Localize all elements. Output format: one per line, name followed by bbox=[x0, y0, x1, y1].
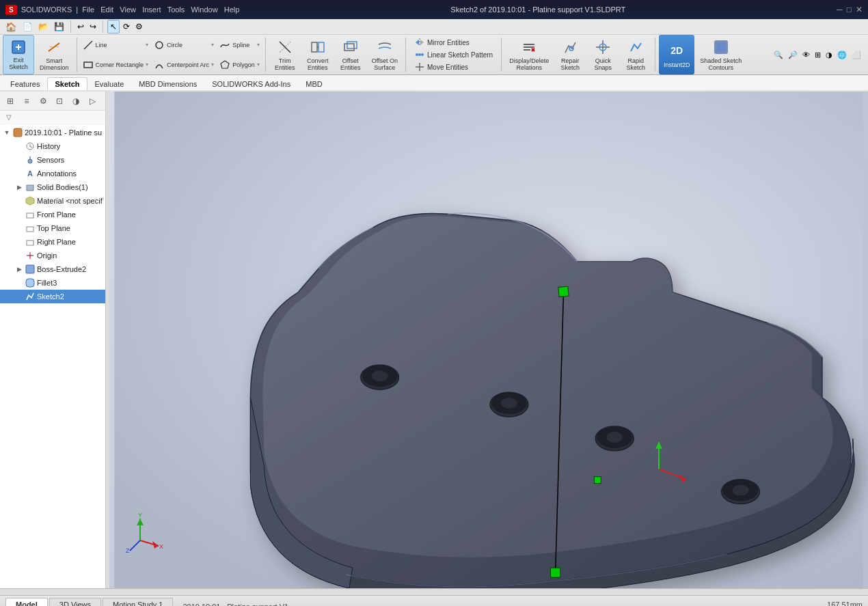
exit-sketch-button[interactable]: ExitSketch bbox=[3, 35, 34, 74]
tree-root[interactable]: ▼ 2019.10:01 - Platine support bbox=[0, 126, 105, 139]
tree-item-sensors[interactable]: Sensors bbox=[0, 153, 105, 167]
cursor-icon[interactable]: ↖ bbox=[107, 20, 120, 33]
dim-expert-icon[interactable]: ⊡ bbox=[52, 94, 67, 109]
tree-item-sketch2[interactable]: Sketch2 bbox=[0, 290, 105, 303]
tree-item-fillet3[interactable]: Fillet3 bbox=[0, 276, 105, 290]
tree-item-top-plane[interactable]: Top Plane bbox=[0, 221, 105, 235]
svg-text:X: X bbox=[159, 543, 163, 550]
tab-3d-views[interactable]: 3D Views bbox=[49, 598, 101, 606]
view-icon-6[interactable]: 🌐 bbox=[836, 49, 848, 61]
svg-rect-64 bbox=[558, 286, 569, 297]
offset-entities-button[interactable]: OffsetEntities bbox=[335, 35, 366, 74]
trim-entities-button[interactable]: TrimEntities bbox=[269, 35, 301, 74]
tab-model[interactable]: Model bbox=[5, 598, 48, 606]
view-icon-3[interactable]: 👁 bbox=[801, 49, 811, 60]
tree-item-history[interactable]: History bbox=[0, 139, 105, 153]
tab-solidworks-addins[interactable]: SOLIDWORKS Add-Ins bbox=[204, 77, 298, 90]
instant2d-label: Instant2D bbox=[664, 61, 690, 68]
move-entities-button[interactable]: Move Entities bbox=[412, 61, 495, 73]
rapid-sketch-icon bbox=[626, 38, 645, 57]
maximize-btn[interactable]: □ bbox=[847, 5, 852, 14]
instant2d-button[interactable]: 2D Instant2D bbox=[659, 35, 694, 74]
arc-button[interactable]: Centerpoint Arc ▾ bbox=[152, 59, 216, 71]
statusbar-tabs: Model 3D Views Motion Study 1 bbox=[5, 598, 174, 606]
tab-features[interactable]: Features bbox=[3, 77, 47, 90]
rebuild-icon[interactable]: ⟳ bbox=[121, 20, 132, 33]
view-icon-5[interactable]: ◑ bbox=[824, 49, 834, 61]
tree-item-front-plane[interactable]: Front Plane bbox=[0, 208, 105, 221]
home-icon[interactable]: 🏠 bbox=[3, 20, 19, 33]
spline-button[interactable]: Spline ▾ bbox=[217, 39, 262, 51]
quick-snaps-button[interactable]: QuickSnaps bbox=[587, 35, 619, 74]
exit-sketch-icon bbox=[9, 38, 28, 56]
tab-sketch[interactable]: Sketch bbox=[47, 77, 87, 90]
polygon-button[interactable]: Polygon ▾ bbox=[217, 59, 262, 71]
svg-rect-40 bbox=[27, 185, 33, 191]
tree-item-material[interactable]: Material <not specified> bbox=[0, 194, 105, 208]
linear-sketch-pattern-button[interactable]: Linear Sketch Pattern bbox=[412, 49, 495, 61]
offset-on-surface-button[interactable]: Offset OnSurface bbox=[368, 35, 402, 74]
sep2 bbox=[103, 20, 103, 33]
smart-dimension-icon: ←→ bbox=[44, 38, 64, 57]
tab-motion-study-1[interactable]: Motion Study 1 bbox=[103, 598, 173, 606]
svg-rect-12 bbox=[318, 42, 324, 52]
display-delete-label: Display/DeleteRelations bbox=[509, 58, 549, 72]
line-button[interactable]: Line ▾ bbox=[81, 39, 151, 51]
feature-manager-icon[interactable]: ⊞ bbox=[3, 94, 18, 109]
convert-entities-button[interactable]: ConvertEntities bbox=[302, 35, 334, 74]
new-icon[interactable]: 📄 bbox=[21, 20, 35, 33]
repair-label: RepairSketch bbox=[560, 58, 580, 72]
undo-icon[interactable]: ↩ bbox=[75, 20, 86, 33]
svg-line-9 bbox=[280, 42, 290, 53]
tree-item-origin[interactable]: Origin bbox=[0, 249, 105, 262]
open-icon[interactable]: 📂 bbox=[36, 20, 51, 33]
svg-rect-49 bbox=[26, 279, 34, 287]
display-delete-button[interactable]: Display/DeleteRelations bbox=[505, 35, 553, 74]
rapid-sketch-button[interactable]: RapidSketch bbox=[620, 35, 651, 74]
svg-rect-44 bbox=[27, 240, 33, 245]
minimize-btn[interactable]: ─ bbox=[837, 5, 843, 14]
svg-rect-65 bbox=[551, 568, 560, 577]
tree-item-boss-extrude2[interactable]: ▶ Boss-Extrude2 bbox=[0, 262, 105, 276]
close-btn[interactable]: ✕ bbox=[856, 5, 863, 14]
expand-collapse-icon[interactable]: ▷ bbox=[85, 94, 100, 109]
quick-snaps-label: QuickSnaps bbox=[594, 58, 612, 72]
tree-item-annotations[interactable]: A Annotations bbox=[0, 167, 105, 180]
mirror-group: Mirror Entities Linear Sketch Pattern Mo… bbox=[409, 35, 498, 74]
rectangle-button[interactable]: Corner Rectangle ▾ bbox=[81, 59, 151, 71]
tab-evaluate[interactable]: Evaluate bbox=[87, 77, 132, 90]
svg-rect-48 bbox=[26, 265, 34, 273]
configuration-manager-icon[interactable]: ⚙ bbox=[36, 94, 51, 109]
svg-line-36 bbox=[30, 146, 32, 148]
tab-mbd-dimensions[interactable]: MBD Dimensions bbox=[131, 77, 204, 90]
smart-dimension-button[interactable]: ←→ SmartDimension bbox=[36, 35, 73, 74]
view-icon-4[interactable]: ⊞ bbox=[813, 49, 822, 61]
circle-button[interactable]: Circle ▾ bbox=[152, 39, 216, 51]
tab-mbd[interactable]: MBD bbox=[298, 77, 329, 90]
shaded-sketch-label: Shaded SketchContours bbox=[700, 58, 742, 72]
bottom-scroll[interactable] bbox=[0, 588, 868, 595]
tree-item-right-plane[interactable]: Right Plane bbox=[0, 235, 105, 249]
redo-icon[interactable]: ↪ bbox=[87, 20, 98, 33]
repair-sketch-button[interactable]: RepairSketch bbox=[554, 35, 586, 74]
viewport[interactable]: Z X Y bbox=[109, 92, 868, 588]
mirror-entities-button[interactable]: Mirror Entities bbox=[412, 36, 495, 49]
property-manager-icon[interactable]: ≡ bbox=[19, 94, 34, 109]
shaded-sketch-button[interactable]: Shaded SketchContours bbox=[696, 35, 746, 74]
svg-point-37 bbox=[28, 159, 32, 163]
svg-line-71 bbox=[130, 540, 140, 551]
svg-rect-66 bbox=[594, 477, 601, 484]
tree-item-solid-bodies[interactable]: ▶ Solid Bodies(1) bbox=[0, 180, 105, 194]
filter-icon[interactable]: ▽ bbox=[3, 111, 15, 124]
view-icon-1[interactable]: 🔍 bbox=[772, 49, 785, 61]
display-manager-icon[interactable]: ◑ bbox=[68, 94, 83, 109]
app-menu-bar: SOLIDWORKS | File Edit View Insert Tools… bbox=[21, 5, 240, 14]
trim-label: TrimEntities bbox=[275, 58, 295, 72]
view-icon-7[interactable]: ⬜ bbox=[850, 49, 863, 61]
linear-pattern-icon bbox=[414, 49, 425, 60]
settings-icon[interactable]: ⚙ bbox=[133, 20, 145, 33]
view-icon-2[interactable]: 🔎 bbox=[787, 49, 799, 61]
save-icon[interactable]: 💾 bbox=[52, 20, 66, 33]
menu-tabs: Features Sketch Evaluate MBD Dimensions … bbox=[0, 75, 868, 92]
offset-label: OffsetEntities bbox=[340, 58, 361, 72]
